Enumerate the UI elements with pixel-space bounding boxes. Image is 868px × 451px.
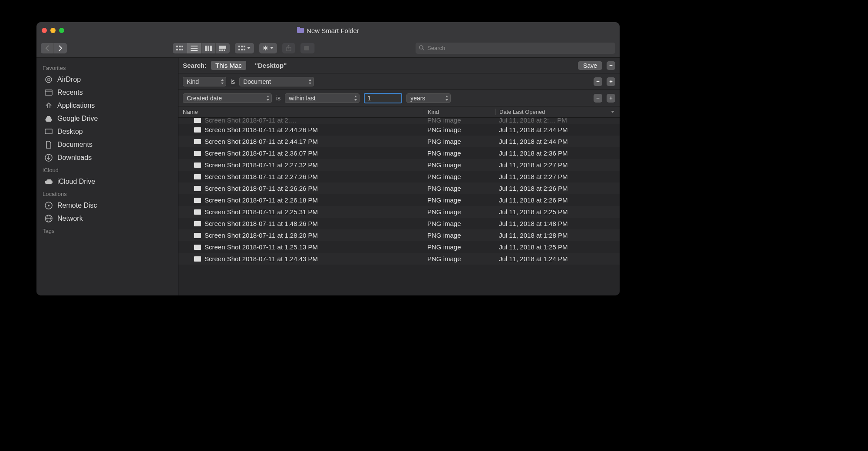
cell-kind: PNG image bbox=[424, 255, 495, 262]
svg-line-25 bbox=[422, 49, 424, 50]
list-icon bbox=[191, 46, 198, 51]
remove-rule-button[interactable]: − bbox=[594, 94, 602, 103]
search-placeholder: Search bbox=[427, 45, 445, 51]
icon-view-button[interactable] bbox=[173, 43, 187, 53]
maximize-button[interactable] bbox=[59, 28, 64, 33]
sidebar-item-remote-disc[interactable]: Remote Disc bbox=[36, 199, 178, 212]
sidebar-section-label: Favorites bbox=[36, 62, 178, 73]
search-field[interactable]: Search bbox=[416, 43, 615, 54]
file-thumbnail-icon bbox=[194, 186, 201, 191]
criteria-number-input[interactable] bbox=[364, 93, 402, 103]
table-row[interactable]: Screen Shot 2018-07-11 at 2.44.17 PMPNG … bbox=[178, 136, 620, 147]
sidebar-item-recents[interactable]: Recents bbox=[36, 86, 178, 99]
table-row[interactable]: Screen Shot 2018-07-11 at 2.25.31 PMPNG … bbox=[178, 206, 620, 218]
column-header-date[interactable]: Date Last Opened bbox=[495, 109, 620, 115]
grid-icon bbox=[176, 46, 183, 51]
documents-icon bbox=[44, 140, 53, 149]
sidebar-item-label: iCloud Drive bbox=[57, 178, 95, 186]
criteria-value-dropdown[interactable]: within last bbox=[285, 93, 360, 103]
svg-point-27 bbox=[47, 78, 50, 81]
file-thumbnail-icon bbox=[194, 198, 201, 203]
main-content: Search: This Mac "Desktop" Save − Kind i… bbox=[178, 58, 620, 295]
table-row[interactable]: Screen Shot 2018-07-11 at 1.48.26 PMPNG … bbox=[178, 218, 620, 229]
scope-desktop[interactable]: "Desktop" bbox=[251, 61, 291, 70]
column-header-kind[interactable]: Kind bbox=[424, 109, 495, 115]
column-view-button[interactable] bbox=[201, 43, 216, 53]
cell-kind: PNG image bbox=[424, 196, 495, 204]
sidebar-item-desktop[interactable]: Desktop bbox=[36, 125, 178, 138]
sidebar-item-google-drive[interactable]: Google Drive bbox=[36, 112, 178, 125]
svg-rect-20 bbox=[241, 49, 243, 50]
table-row[interactable]: Screen Shot 2018-07-11 at 1.28.20 PMPNG … bbox=[178, 229, 620, 241]
table-row[interactable]: Screen Shot 2018-07-11 at 2.27.26 PMPNG … bbox=[178, 171, 620, 182]
sidebar-item-network[interactable]: Network bbox=[36, 212, 178, 225]
table-row[interactable]: Screen Shot 2018-07-11 at 2.… PNG image … bbox=[178, 118, 620, 124]
sidebar-item-label: Desktop bbox=[57, 128, 83, 136]
svg-point-26 bbox=[46, 76, 52, 83]
cell-kind: PNG image bbox=[424, 126, 495, 133]
tags-button[interactable] bbox=[300, 43, 315, 53]
sidebar-item-airdrop[interactable]: AirDrop bbox=[36, 73, 178, 86]
cell-date: Jul 11, 2018 at 1:25 PM bbox=[495, 243, 620, 251]
back-button[interactable] bbox=[41, 43, 54, 53]
action-button[interactable]: ✱ bbox=[259, 43, 277, 53]
criteria-attribute-dropdown[interactable]: Created date bbox=[183, 93, 272, 103]
table-row[interactable]: Screen Shot 2018-07-11 at 1.25.13 PMPNG … bbox=[178, 241, 620, 253]
column-headers: Name Kind Date Last Opened bbox=[178, 106, 620, 118]
sidebar-item-icloud-drive[interactable]: iCloud Drive bbox=[36, 175, 178, 188]
criteria-unit-dropdown[interactable]: years bbox=[406, 93, 451, 103]
table-row[interactable]: Screen Shot 2018-07-11 at 1.24.43 PMPNG … bbox=[178, 253, 620, 265]
sidebar-item-applications[interactable]: Applications bbox=[36, 99, 178, 112]
table-row[interactable]: Screen Shot 2018-07-11 at 2.26.18 PMPNG … bbox=[178, 194, 620, 206]
smart-folder-icon bbox=[297, 28, 304, 33]
table-row[interactable]: Screen Shot 2018-07-11 at 2.44.26 PMPNG … bbox=[178, 124, 620, 136]
file-name: Screen Shot 2018-07-11 at 2.44.17 PM bbox=[205, 138, 318, 145]
forward-button[interactable] bbox=[54, 43, 67, 53]
sidebar-item-label: Google Drive bbox=[57, 115, 98, 123]
finder-window: New Smart Folder bbox=[36, 22, 620, 295]
sidebar-section-label: iCloud bbox=[36, 164, 178, 175]
svg-rect-19 bbox=[238, 49, 240, 50]
arrange-icon bbox=[238, 46, 245, 51]
table-row[interactable]: Screen Shot 2018-07-11 at 2.36.07 PMPNG … bbox=[178, 147, 620, 159]
close-button[interactable] bbox=[42, 28, 47, 33]
add-rule-button[interactable]: + bbox=[607, 77, 615, 86]
list-view-button[interactable] bbox=[187, 43, 201, 53]
add-rule-button[interactable]: + bbox=[607, 94, 615, 103]
share-button[interactable] bbox=[282, 43, 295, 53]
svg-rect-1 bbox=[179, 46, 181, 47]
svg-rect-21 bbox=[244, 49, 245, 50]
remove-criteria-button[interactable]: − bbox=[607, 61, 615, 70]
gallery-view-button[interactable] bbox=[216, 43, 230, 53]
nav-buttons bbox=[41, 43, 67, 53]
minimize-button[interactable] bbox=[50, 28, 56, 33]
sidebar-item-label: AirDrop bbox=[57, 76, 81, 83]
file-name: Screen Shot 2018-07-11 at 2.27.26 PM bbox=[205, 173, 318, 180]
sidebar-item-downloads[interactable]: Downloads bbox=[36, 151, 178, 164]
remove-rule-button[interactable]: − bbox=[594, 77, 602, 86]
save-button[interactable]: Save bbox=[578, 61, 602, 70]
cell-name: Screen Shot 2018-07-11 at 2.44.17 PM bbox=[178, 138, 424, 145]
table-row[interactable]: Screen Shot 2018-07-11 at 2.27.32 PMPNG … bbox=[178, 159, 620, 171]
criteria-row-1: Kind is Document − + bbox=[178, 73, 620, 90]
airdrop-icon bbox=[44, 75, 53, 84]
table-row[interactable]: Screen Shot 2018-07-11 at 2.26.26 PMPNG … bbox=[178, 182, 620, 194]
criteria-value-dropdown[interactable]: Document bbox=[239, 77, 314, 86]
file-name: Screen Shot 2018-07-11 at 2.36.07 PM bbox=[205, 149, 318, 157]
traffic-lights bbox=[42, 28, 64, 33]
column-header-name[interactable]: Name bbox=[178, 109, 424, 115]
criteria-attribute-dropdown[interactable]: Kind bbox=[183, 77, 226, 86]
cell-kind: PNG image bbox=[424, 161, 495, 169]
cell-name: Screen Shot 2018-07-11 at 2.26.18 PM bbox=[178, 196, 424, 204]
file-thumbnail-icon bbox=[194, 209, 201, 215]
file-thumbnail-icon bbox=[194, 221, 201, 226]
sidebar-item-documents[interactable]: Documents bbox=[36, 138, 178, 151]
file-thumbnail-icon bbox=[194, 162, 201, 168]
arrange-button-group bbox=[235, 43, 254, 53]
scope-this-mac[interactable]: This Mac bbox=[211, 61, 246, 70]
arrange-button[interactable] bbox=[235, 43, 254, 53]
cell-date: Jul 11, 2018 at 2:44 PM bbox=[495, 138, 620, 145]
view-mode-buttons bbox=[173, 43, 230, 53]
file-name: Screen Shot 2018-07-11 at 1.28.20 PM bbox=[205, 232, 318, 239]
sidebar-item-label: Recents bbox=[57, 89, 83, 96]
